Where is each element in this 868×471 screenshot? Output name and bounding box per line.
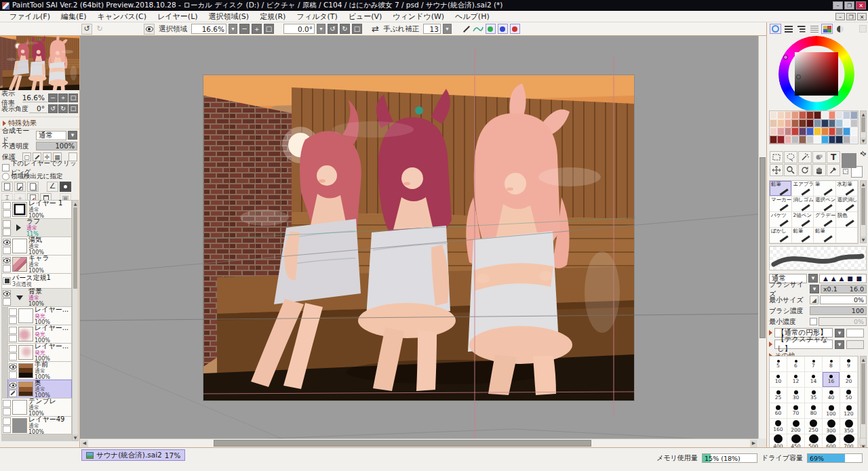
- layer-visibility-toggle[interactable]: [9, 382, 17, 389]
- canvas-artwork[interactable]: [203, 75, 634, 401]
- color-swatch[interactable]: [791, 136, 799, 144]
- brush-size-slider[interactable]: x0.1 16.0: [821, 285, 867, 293]
- color-swatch[interactable]: [835, 111, 843, 119]
- blend-mode-select[interactable]: 通常: [36, 131, 66, 140]
- layer-row-湯気[interactable]: 湯気通常100%: [1, 237, 72, 255]
- color-swatch[interactable]: [806, 111, 814, 119]
- layer-row-レイヤー...[interactable]: レイヤー...発光100%: [7, 343, 72, 361]
- brush-shape-strength[interactable]: [846, 329, 864, 337]
- color-swatch[interactable]: [835, 136, 843, 144]
- scroll-up-icon[interactable]: ▲: [861, 111, 866, 117]
- brush-size-50[interactable]: 50: [840, 388, 858, 403]
- layer-edit-toggle[interactable]: [9, 316, 17, 324]
- brush-scrollbar[interactable]: ▲ ▼: [860, 180, 867, 243]
- brush-size-70[interactable]: 70: [787, 403, 805, 419]
- hand-tool[interactable]: [812, 164, 826, 176]
- nav-zoom-out-button[interactable]: −: [48, 94, 58, 102]
- color-swatch[interactable]: [785, 127, 792, 136]
- lasso-tool[interactable]: [784, 151, 797, 163]
- color-swatch[interactable]: [829, 119, 836, 127]
- color-swatch[interactable]: [843, 127, 850, 136]
- color-swatch[interactable]: [843, 136, 850, 144]
- brush-size-100[interactable]: 100: [823, 403, 840, 419]
- brush-size-60[interactable]: 60: [770, 403, 787, 419]
- brush-size-200[interactable]: 200: [787, 419, 805, 434]
- layer-visibility-toggle[interactable]: [3, 400, 11, 407]
- panel-scroll-up-button[interactable]: [859, 25, 867, 33]
- layer-edit-toggle[interactable]: [3, 228, 11, 236]
- saturation-value-square[interactable]: [795, 52, 838, 96]
- new-vector-layer-button[interactable]: [14, 182, 26, 192]
- layer-visibility-toggle[interactable]: [9, 363, 17, 371]
- detect-source-radio[interactable]: [2, 173, 9, 180]
- color-swatch[interactable]: [821, 111, 829, 119]
- brush-2値ペン[interactable]: 2値ペン: [792, 212, 814, 228]
- ruler-toggle[interactable]: [3, 277, 11, 285]
- brush-size-35[interactable]: 35: [805, 388, 823, 403]
- brush-size-25[interactable]: 25: [770, 388, 787, 403]
- brush-size-120[interactable]: 120: [840, 403, 858, 419]
- section-arrow-icon[interactable]: [769, 330, 772, 335]
- color-swatch[interactable]: [791, 111, 799, 119]
- folder-expanded-icon[interactable]: [16, 295, 23, 300]
- layer-edit-toggle[interactable]: [3, 247, 11, 254]
- brush-消しゴム[interactable]: 消しゴム: [792, 197, 814, 212]
- color-swatch[interactable]: [829, 111, 836, 119]
- brush-size-20[interactable]: 20: [840, 372, 858, 388]
- scroll-up-icon[interactable]: ▲: [861, 356, 866, 363]
- hue-marker[interactable]: [783, 55, 788, 60]
- color-swatch[interactable]: [770, 136, 777, 144]
- layer-edit-toggle[interactable]: [3, 298, 11, 306]
- brush-size-30[interactable]: 30: [787, 388, 805, 403]
- angle-dropdown-icon[interactable]: ▾: [317, 24, 326, 34]
- zoom-dropdown-icon[interactable]: ▾: [229, 24, 237, 34]
- menu-help[interactable]: ヘルプ(H): [450, 11, 495, 22]
- scroll-down-icon[interactable]: ▼: [73, 434, 78, 441]
- layer-row-キャラ[interactable]: キャラ通常100%: [1, 255, 72, 273]
- color-swatch[interactable]: [791, 119, 799, 127]
- color-swatch[interactable]: [814, 119, 821, 127]
- brush-size-5[interactable]: 5: [770, 356, 787, 372]
- brush-texture-select[interactable]: 【テクスチャなし】: [774, 340, 833, 349]
- rotate-tool[interactable]: [798, 164, 812, 176]
- brush-選択消し[interactable]: 選択消し: [836, 197, 859, 212]
- layer-visibility-toggle[interactable]: [3, 220, 11, 228]
- canvas-workspace[interactable]: ◀ ▶: [80, 35, 766, 447]
- layer-row-レイヤー...[interactable]: レイヤー...発光100%: [7, 306, 72, 325]
- color-swatch[interactable]: [814, 136, 821, 144]
- menu-canvas[interactable]: キャンバス(C): [92, 11, 153, 22]
- selection-tool-button[interactable]: [113, 24, 124, 35]
- navigator-preview[interactable]: [0, 36, 79, 90]
- layer-edit-toggle[interactable]: [3, 426, 11, 433]
- color-swatch[interactable]: [806, 119, 814, 127]
- brush-size-6[interactable]: 6: [787, 356, 805, 372]
- layer-row-パース定規1[interactable]: パース定規13点透視: [1, 273, 72, 288]
- doc-minimize-button[interactable]: –: [835, 13, 845, 20]
- redo-button[interactable]: ↻: [94, 24, 105, 35]
- nav-zoom-reset-button[interactable]: □: [68, 94, 78, 102]
- doc-close-button[interactable]: ✕: [857, 13, 867, 20]
- brush-size-80[interactable]: 80: [805, 403, 823, 419]
- nav-rotate-ccw-button[interactable]: ↺: [48, 104, 58, 113]
- menu-filter[interactable]: フィルタ(T): [291, 11, 342, 22]
- brush-size-40[interactable]: 40: [823, 388, 840, 403]
- text-tool[interactable]: T: [827, 151, 840, 163]
- brush-size-300[interactable]: 300: [823, 419, 840, 434]
- layer-visibility-toggle[interactable]: [3, 257, 11, 264]
- brush-size-16[interactable]: 16: [823, 372, 840, 388]
- stabilizer-field[interactable]: 13: [423, 24, 441, 34]
- color-swatch[interactable]: [829, 127, 836, 136]
- layer-row-背景[interactable]: 背景通常100%: [1, 288, 72, 306]
- close-button[interactable]: ✕: [856, 1, 866, 9]
- rect-select-tool[interactable]: [770, 151, 783, 163]
- color-swatch[interactable]: [799, 127, 806, 136]
- color-swatch[interactable]: [799, 111, 806, 119]
- color-swatch[interactable]: [821, 119, 829, 127]
- brush-blend-dropdown-icon[interactable]: ▾: [808, 274, 818, 283]
- swatches-tab[interactable]: [821, 24, 833, 34]
- brush-バケツ[interactable]: バケツ: [770, 212, 792, 228]
- layer-row-手前[interactable]: 手前通常100%: [7, 361, 72, 380]
- foreground-color-square[interactable]: [842, 153, 856, 168]
- brush-選択ペン[interactable]: 選択ペン: [814, 197, 836, 212]
- color-swatch[interactable]: [843, 111, 850, 119]
